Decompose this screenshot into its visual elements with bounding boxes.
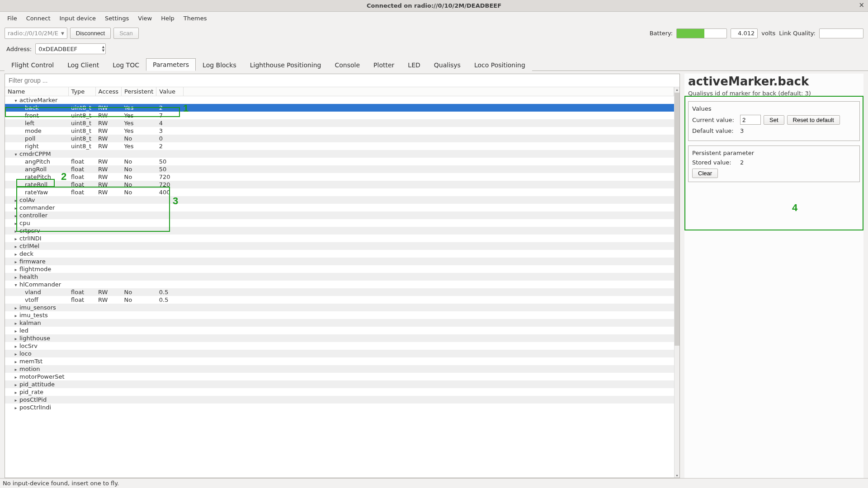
- group-flightmode[interactable]: ▸flightmode: [5, 265, 674, 273]
- tab-log-client[interactable]: Log Client: [61, 59, 106, 71]
- group-cpu[interactable]: ▸cpu: [5, 219, 674, 227]
- window-title: Connected on radio://0/10/2M/DEADBEEF: [367, 2, 501, 9]
- column-value[interactable]: Value: [156, 87, 184, 96]
- group-imu_sensors[interactable]: ▸imu_sensors: [5, 304, 674, 311]
- set-button[interactable]: Set: [764, 115, 784, 125]
- group-posCtlPid[interactable]: ▸posCtlPid: [5, 396, 674, 404]
- link-quality-label: Link Quality:: [779, 30, 816, 37]
- group-controller[interactable]: ▸controller: [5, 211, 674, 219]
- group-firmware[interactable]: ▸firmware: [5, 258, 674, 265]
- scroll-down-icon[interactable]: ▾: [675, 473, 679, 478]
- group-motorPowerSet[interactable]: ▸motorPowerSet: [5, 373, 674, 380]
- group-posCtrlIndi[interactable]: ▸posCtrlIndi: [5, 404, 674, 411]
- titlebar: Connected on radio://0/10/2M/DEADBEEF ×: [0, 0, 868, 12]
- battery-label: Battery:: [650, 30, 673, 37]
- spin-down-icon[interactable]: ▼: [102, 49, 104, 52]
- menubar: FileConnectInput deviceSettingsViewHelpT…: [0, 12, 868, 25]
- param-activeMarker-mode[interactable]: modeuint8_tRWYes3: [5, 127, 674, 135]
- group-activeMarker[interactable]: ▾activeMarker: [5, 96, 674, 104]
- param-cmdrCPPM-rateYaw[interactable]: rateYawfloatRWNo400: [5, 188, 674, 196]
- group-colAv[interactable]: ▸colAv: [5, 196, 674, 204]
- group-lighthouse[interactable]: ▸lighthouse: [5, 334, 674, 342]
- address-input[interactable]: 0xDEADBEEF ▲▼: [35, 43, 106, 54]
- vertical-scrollbar[interactable]: ▴ ▾: [674, 87, 679, 478]
- address-value: 0xDEADBEEF: [38, 46, 77, 52]
- values-box: Values Current value: Set Reset to defau…: [688, 101, 860, 141]
- reset-button[interactable]: Reset to default: [787, 115, 840, 125]
- tab-log-toc[interactable]: Log TOC: [106, 59, 146, 71]
- voltage-value: 4.012: [731, 28, 758, 38]
- address-row: Address: 0xDEADBEEF ▲▼: [0, 42, 868, 58]
- persistent-legend: Persistent parameter: [692, 150, 856, 156]
- tab-plotter[interactable]: Plotter: [367, 59, 401, 71]
- param-hlCommander-vland[interactable]: vlandfloatRWNo0.5: [5, 288, 674, 296]
- uri-value: radio://0/10/2M/E: [8, 30, 58, 37]
- detail-title: activeMarker.back: [684, 74, 863, 89]
- group-imu_tests[interactable]: ▸imu_tests: [5, 311, 674, 319]
- stored-value-label: Stored value:: [692, 159, 737, 166]
- group-locSrv[interactable]: ▸locSrv: [5, 342, 674, 350]
- uri-combo[interactable]: radio://0/10/2M/E ▼: [5, 28, 67, 39]
- scroll-up-icon[interactable]: ▴: [675, 87, 679, 92]
- group-ctrlINDI[interactable]: ▸ctrlINDI: [5, 235, 674, 242]
- menu-file[interactable]: File: [3, 14, 22, 23]
- group-loco[interactable]: ▸loco: [5, 350, 674, 357]
- tab-parameters[interactable]: Parameters: [146, 58, 196, 71]
- link-quality-value: [819, 28, 863, 38]
- group-pid_attitude[interactable]: ▸pid_attitude: [5, 380, 674, 388]
- menu-input-device[interactable]: Input device: [55, 14, 101, 23]
- group-commander[interactable]: ▸commander: [5, 204, 674, 211]
- param-activeMarker-back[interactable]: backuint8_tRWYes2: [5, 104, 674, 112]
- clear-button[interactable]: Clear: [692, 169, 718, 178]
- group-health[interactable]: ▸health: [5, 273, 674, 281]
- current-value-input[interactable]: [740, 115, 761, 125]
- param-activeMarker-front[interactable]: frontuint8_tRWYes7: [5, 112, 674, 119]
- group-crtpsrv[interactable]: ▸crtpsrv: [5, 227, 674, 235]
- group-ctrlMel[interactable]: ▸ctrlMel: [5, 242, 674, 250]
- group-motion[interactable]: ▸motion: [5, 365, 674, 373]
- param-activeMarker-right[interactable]: rightuint8_tRWYes2: [5, 142, 674, 150]
- tab-log-blocks[interactable]: Log Blocks: [196, 59, 243, 71]
- menu-connect[interactable]: Connect: [22, 14, 55, 23]
- param-cmdrCPPM-angPitch[interactable]: angPitchfloatRWNo50: [5, 158, 674, 165]
- column-name[interactable]: Name: [5, 87, 68, 96]
- group-pid_rate[interactable]: ▸pid_rate: [5, 388, 674, 396]
- group-cmdrCPPM[interactable]: ▾cmdrCPPM: [5, 150, 674, 158]
- param-tree[interactable]: NameTypeAccessPersistentValue ▾activeMar…: [5, 87, 674, 411]
- toolbar: radio://0/10/2M/E ▼ Disconnect Scan Batt…: [0, 25, 868, 42]
- tab-flight-control[interactable]: Flight Control: [5, 59, 61, 71]
- param-cmdrCPPM-ratePitch[interactable]: ratePitchfloatRWNo720: [5, 173, 674, 181]
- scan-button[interactable]: Scan: [113, 28, 139, 39]
- close-icon[interactable]: ×: [859, 1, 864, 9]
- column-type[interactable]: Type: [68, 87, 95, 96]
- param-activeMarker-left[interactable]: leftuint8_tRWYes4: [5, 119, 674, 127]
- column-persistent[interactable]: Persistent: [122, 87, 156, 96]
- menu-help[interactable]: Help: [156, 14, 179, 23]
- tab-lighthouse-positioning[interactable]: Lighthouse Positioning: [243, 59, 328, 71]
- tab-console[interactable]: Console: [328, 59, 367, 71]
- spin-up-icon[interactable]: ▲: [102, 45, 104, 49]
- column-access[interactable]: Access: [95, 87, 122, 96]
- param-hlCommander-vtoff[interactable]: vtofffloatRWNo0.5: [5, 296, 674, 304]
- group-memTst[interactable]: ▸memTst: [5, 357, 674, 365]
- tab-led[interactable]: LED: [401, 59, 427, 71]
- param-cmdrCPPM-angRoll[interactable]: angRollfloatRWNo50: [5, 165, 674, 173]
- scroll-thumb[interactable]: [675, 93, 679, 346]
- disconnect-button[interactable]: Disconnect: [70, 28, 111, 39]
- menu-settings[interactable]: Settings: [100, 14, 133, 23]
- param-activeMarker-poll[interactable]: polluint8_tRWNo0: [5, 135, 674, 142]
- filter-input[interactable]: [5, 74, 679, 87]
- menu-themes[interactable]: Themes: [179, 14, 212, 23]
- default-value-label: Default value:: [692, 127, 737, 134]
- menu-view[interactable]: View: [133, 14, 156, 23]
- group-deck[interactable]: ▸deck: [5, 250, 674, 258]
- group-hlCommander[interactable]: ▾hlCommander: [5, 281, 674, 288]
- persistent-box: Persistent parameter Stored value: 2 Cle…: [688, 145, 860, 182]
- param-cmdrCPPM-rateRoll[interactable]: rateRollfloatRWNo720: [5, 181, 674, 188]
- address-label: Address:: [6, 46, 32, 52]
- values-legend: Values: [692, 105, 856, 112]
- group-kalman[interactable]: ▸kalman: [5, 319, 674, 327]
- group-led[interactable]: ▸led: [5, 327, 674, 334]
- tab-loco-positioning[interactable]: Loco Positioning: [467, 59, 532, 71]
- tab-qualisys[interactable]: Qualisys: [427, 59, 467, 71]
